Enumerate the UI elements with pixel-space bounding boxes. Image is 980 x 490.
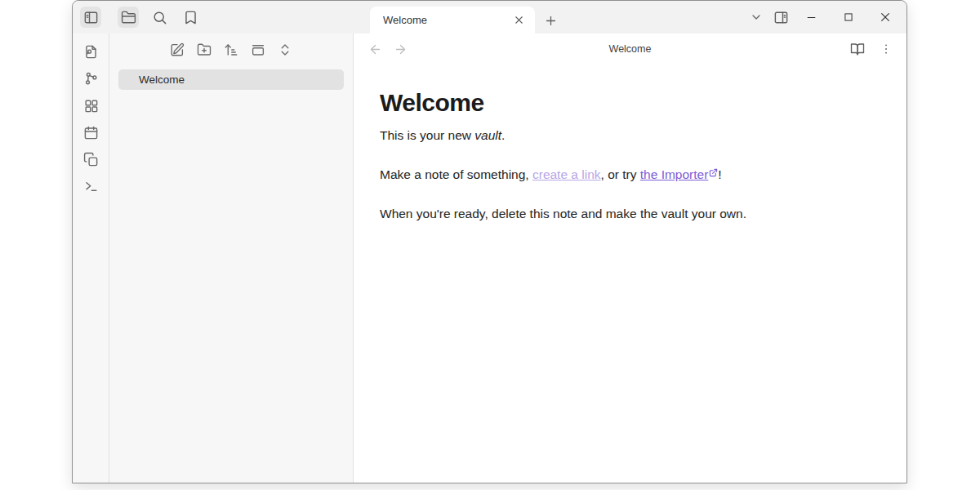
- note-heading: Welcome: [380, 89, 860, 117]
- left-ribbon: [73, 33, 109, 483]
- bookmark-icon: [183, 10, 198, 25]
- panel-top-icon: [251, 42, 265, 57]
- navigate-back-button[interactable]: [367, 41, 383, 57]
- external-link-icon: [709, 168, 718, 177]
- vault-emphasis: vault: [474, 128, 501, 142]
- panel-right-icon: [773, 10, 789, 25]
- daily-note-button[interactable]: [82, 123, 100, 141]
- more-options-button[interactable]: [879, 40, 893, 58]
- new-folder-button[interactable]: [196, 42, 212, 58]
- view-header-actions: [849, 40, 893, 58]
- minimize-button[interactable]: [800, 11, 823, 24]
- create-a-link-internal-link[interactable]: create a link: [532, 167, 601, 181]
- view-header-title: Welcome: [354, 43, 906, 55]
- navigate-forward-button[interactable]: [392, 41, 408, 57]
- sort-order-button[interactable]: [223, 42, 239, 58]
- command-palette-button[interactable]: [82, 177, 100, 195]
- quick-switcher-button[interactable]: [82, 42, 100, 60]
- layout-grid-icon: [83, 98, 99, 114]
- search-tab-button[interactable]: [149, 7, 170, 28]
- close-icon: [513, 14, 525, 26]
- terminal-icon: [83, 179, 99, 194]
- folder-plus-icon: [197, 42, 212, 57]
- tab-close-button[interactable]: [513, 14, 525, 26]
- view-header: Welcome: [354, 33, 906, 65]
- note-paragraph-3: When you're ready, delete this note and …: [380, 206, 860, 222]
- main-pane: Welcome Welcome This is your new vault. …: [353, 33, 906, 483]
- file-item-welcome[interactable]: Welcome: [118, 69, 344, 90]
- copy-icon: [83, 152, 99, 167]
- collapse-view-button[interactable]: [250, 42, 266, 58]
- note-paragraph-2: Make a note of something, create a link,…: [380, 167, 860, 183]
- the-importer-external-link[interactable]: the Importer: [640, 167, 709, 181]
- chevrons-up-down-icon: [278, 42, 292, 57]
- window-close-button[interactable]: [873, 11, 897, 24]
- close-icon: [879, 11, 892, 24]
- search-icon: [152, 10, 167, 25]
- toggle-left-sidebar-button[interactable]: [80, 7, 101, 28]
- chevron-down-icon: [750, 11, 763, 24]
- note-paragraph-1: This is your new vault.: [380, 127, 860, 144]
- file-explorer: Welcome: [109, 33, 353, 483]
- obsidian-window: Welcome: [72, 0, 907, 483]
- files-tab-button[interactable]: [118, 7, 139, 28]
- file-list: Welcome: [109, 69, 353, 90]
- explorer-toolbar: [109, 33, 353, 58]
- tab-title: Welcome: [383, 14, 513, 26]
- graph-icon: [83, 71, 99, 87]
- file-name: Welcome: [139, 74, 185, 86]
- panel-left-icon: [83, 10, 99, 25]
- new-note-button[interactable]: [169, 42, 185, 58]
- templates-button[interactable]: [82, 150, 100, 168]
- plus-icon: [544, 14, 558, 28]
- canvas-button[interactable]: [82, 96, 100, 114]
- calendar-icon: [83, 125, 99, 140]
- titlebar-left-icons: [80, 7, 201, 28]
- tab-welcome[interactable]: Welcome: [370, 7, 535, 33]
- folder-icon: [121, 10, 136, 25]
- titlebar-right: [746, 7, 897, 28]
- file-search-icon: [83, 44, 99, 60]
- maximize-icon: [843, 11, 854, 23]
- note-content: Welcome This is your new vault. Make a n…: [354, 65, 893, 222]
- new-tab-button[interactable]: [540, 10, 561, 31]
- maximize-button[interactable]: [836, 11, 860, 23]
- minimize-icon: [805, 11, 817, 24]
- graph-view-button[interactable]: [82, 69, 100, 87]
- expand-collapse-all-button[interactable]: [277, 42, 293, 58]
- sort-ascending-icon: [224, 42, 238, 57]
- titlebar: Welcome: [73, 1, 906, 33]
- edit-icon: [170, 42, 185, 57]
- book-open-icon: [850, 42, 865, 56]
- arrow-left-icon: [368, 42, 382, 56]
- tab-list-button[interactable]: [746, 7, 767, 28]
- ellipsis-vertical-icon: [880, 42, 893, 56]
- toggle-right-sidebar-button[interactable]: [770, 7, 791, 28]
- bookmarks-tab-button[interactable]: [180, 7, 201, 28]
- nav-arrows: [367, 41, 408, 57]
- reading-mode-button[interactable]: [849, 40, 866, 58]
- arrow-right-icon: [394, 42, 408, 56]
